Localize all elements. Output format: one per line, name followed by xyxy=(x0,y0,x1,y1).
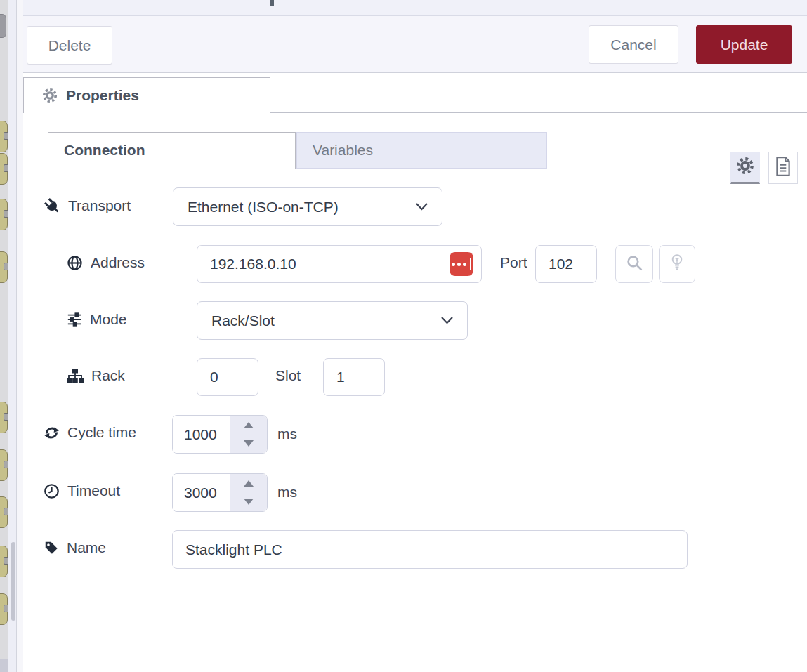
rack-input[interactable] xyxy=(197,358,258,396)
port-field-wrap xyxy=(535,245,597,283)
spinner-down-button[interactable] xyxy=(230,493,267,512)
spinner-up-button[interactable] xyxy=(230,474,267,493)
scan-button[interactable] xyxy=(615,245,653,283)
workspace-scrollbar-track xyxy=(8,0,16,672)
spinner-buttons xyxy=(230,416,267,453)
rack-label: Rack xyxy=(67,367,125,384)
workspace-strip xyxy=(0,0,8,672)
cycle-time-input[interactable] xyxy=(173,416,230,453)
mode-label-text: Mode xyxy=(90,311,127,328)
slot-field-wrap xyxy=(323,358,385,396)
address-label-text: Address xyxy=(91,254,145,271)
mode-select[interactable]: Rack/Slot xyxy=(197,301,468,340)
workspace-node xyxy=(0,199,8,230)
transport-selected-value: Ethernet (ISO-on-TCP) xyxy=(188,199,339,216)
rack-field-wrap xyxy=(197,358,258,396)
cycle-time-unit: ms xyxy=(277,426,297,442)
scrollbar-thumb[interactable] xyxy=(11,542,15,621)
name-input[interactable] xyxy=(172,530,688,569)
address-field-wrap xyxy=(197,245,482,283)
timeout-spinner xyxy=(172,473,268,512)
workspace-node xyxy=(0,153,8,185)
cursor-bar xyxy=(470,258,471,270)
tab-connection[interactable]: Connection xyxy=(48,132,296,169)
address-input[interactable] xyxy=(197,245,482,283)
search-icon xyxy=(626,254,643,275)
rack-label-text: Rack xyxy=(91,367,125,384)
timeout-input[interactable] xyxy=(173,474,230,511)
name-field-wrap xyxy=(172,530,688,569)
cycle-time-label: Cycle time xyxy=(44,424,136,441)
chevron-down-icon xyxy=(416,203,428,211)
delete-button[interactable]: Delete xyxy=(27,26,112,65)
gear-icon xyxy=(42,88,58,103)
transport-label-text: Transport xyxy=(68,197,131,214)
spinner-down-button[interactable] xyxy=(230,435,267,454)
mode-label: Mode xyxy=(67,311,127,328)
triangle-down-icon xyxy=(244,440,254,447)
slot-input[interactable] xyxy=(323,358,385,396)
triangle-up-icon xyxy=(244,480,254,487)
timeout-label: Timeout xyxy=(44,482,120,499)
workspace-node xyxy=(0,121,8,152)
name-label: Name xyxy=(44,539,106,556)
document-icon xyxy=(774,157,792,179)
triangle-up-icon xyxy=(244,422,254,428)
refresh-icon xyxy=(44,425,60,441)
globe-icon xyxy=(67,255,83,271)
transport-label: Transport xyxy=(44,197,131,214)
chevron-down-icon xyxy=(441,317,453,324)
tab-properties[interactable]: Properties xyxy=(23,77,270,113)
workspace-node xyxy=(0,402,8,433)
edit-tray: Delete Cancel Update Properties Connecti… xyxy=(23,0,807,672)
properties-tab-label: Properties xyxy=(66,87,139,104)
workspace-node xyxy=(0,496,8,528)
cancel-button[interactable]: Cancel xyxy=(589,25,678,64)
sliders-icon xyxy=(67,312,82,327)
timeout-unit: ms xyxy=(277,484,297,501)
gear-icon xyxy=(736,157,754,178)
workspace-node xyxy=(0,546,8,577)
spinner-up-button[interactable] xyxy=(230,416,267,435)
port-label: Port xyxy=(500,254,527,271)
dot xyxy=(463,263,466,266)
triangle-down-icon xyxy=(244,499,254,505)
address-label: Address xyxy=(67,254,145,271)
workspace-node xyxy=(0,251,8,283)
tray-title-strip xyxy=(23,0,807,15)
cycle-time-spinner xyxy=(172,415,268,454)
cycle-time-label-text: Cycle time xyxy=(67,424,136,441)
node-description-button[interactable] xyxy=(768,152,798,184)
dot xyxy=(452,263,455,266)
workspace-node xyxy=(0,593,8,625)
workspace-bottom-bar xyxy=(0,659,8,672)
edit-properties-toggle-button[interactable] xyxy=(730,152,760,184)
tag-icon xyxy=(44,540,59,555)
transport-select[interactable]: Ethernet (ISO-on-TCP) xyxy=(173,187,442,226)
lightbulb-icon xyxy=(669,253,685,275)
hint-button[interactable] xyxy=(659,245,695,283)
tray-button-bar: Delete Cancel Update xyxy=(23,16,807,72)
tray-edge-gutter xyxy=(17,0,23,672)
spinner-buttons xyxy=(230,474,267,511)
port-input[interactable] xyxy=(535,245,597,283)
workspace-node xyxy=(0,449,8,481)
workspace-node xyxy=(0,14,6,38)
password-autofill-icon[interactable] xyxy=(450,252,473,276)
timeout-label-text: Timeout xyxy=(67,482,120,499)
tab-variables[interactable]: Variables xyxy=(296,132,547,169)
clipped-title-fragment xyxy=(270,0,274,6)
sitemap-icon xyxy=(67,369,84,383)
name-label-text: Name xyxy=(67,539,106,556)
mode-selected-value: Rack/Slot xyxy=(211,312,275,329)
update-button[interactable]: Update xyxy=(696,25,792,64)
plug-icon xyxy=(40,194,64,218)
dot xyxy=(457,263,461,266)
slot-label: Slot xyxy=(275,367,301,384)
clock-icon xyxy=(44,483,60,499)
